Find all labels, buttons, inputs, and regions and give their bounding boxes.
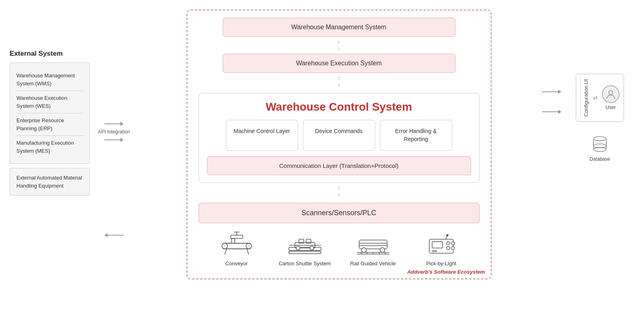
svg-point-1 [222,243,228,249]
svg-point-14 [296,246,300,250]
wes-label: Warehouse Execution System [296,60,382,67]
api-integration-label: API Integration [98,129,130,135]
ext-item-erp: Enterprise Resource Planning (ERP) [16,113,83,136]
svg-point-23 [380,248,385,252]
v-arrow-wcs-scanners: ↑ ↓ [337,185,340,197]
api-arrow-right-1 [104,122,124,126]
ext-item-mes: Manufacturing Execution System (MES) [16,136,83,158]
svg-point-35 [447,246,450,250]
pick-by-light-label: Pick-by-Light [426,260,456,266]
module-device-commands-label: Device Commands [315,128,362,134]
comm-layer-label: Communication Layer (Translation+Protoco… [279,162,399,169]
v-arrow-wes-wcs: ↑ ↓ [337,75,340,87]
module-error-handling: Error Handling & Reporting [380,120,452,151]
right-arrow-column [540,10,564,114]
svg-rect-12 [289,251,321,254]
equipment-rail-guided-vehicle: Rail Guided Vehicle [345,231,401,266]
wcs-modules: Machine Control Layer Device Commands Er… [207,120,471,151]
svg-point-36 [451,246,455,250]
module-device-commands: Device Commands [303,120,375,151]
svg-rect-7 [231,235,243,238]
scanners-label: Scanners/Sensors/PLC [301,209,376,217]
external-amhe-box: External Automated Material Handling Equ… [10,168,90,196]
scanners-box: Scanners/Sensors/PLC [199,203,479,223]
database-icon [590,134,610,154]
wcs-container: Warehouse Control System Machine Control… [199,93,479,183]
svg-point-33 [447,242,450,245]
svg-point-42 [593,137,606,141]
ecosystem-label: Addverb's Software Ecosystem [407,268,485,275]
svg-rect-32 [432,242,443,248]
config-user-arrow: ⇄ [593,95,598,101]
svg-point-15 [310,246,314,250]
page-wrapper: External System Warehouse Management Sys… [0,0,644,331]
svg-point-22 [362,248,366,252]
wes-box: Warehouse Execution System [223,54,455,73]
equipment-carton-shuttle: Carton Shuttle System [277,231,333,266]
config-ui-label: Configuration UI [580,79,589,117]
conveyor-label: Conveyor [226,260,248,266]
svg-line-6 [247,249,249,254]
svg-point-41 [609,91,613,95]
database-label: Database [589,156,610,162]
ext-item-wms: Warehouse Management System (WMS) [16,69,83,91]
rail-guided-vehicle-label: Rail Guided Vehicle [350,260,396,266]
carton-shuttle-label: Carton Shuttle System [278,260,331,266]
left-column: External System Warehouse Management Sys… [10,10,90,228]
user-label: User [605,105,616,110]
equipment-pick-by-light: Pick-by-Light [413,231,469,266]
ext-item-wes: Warehouse Execution System (WES) [16,91,83,113]
wms-label: Warehouse Management System [291,24,386,30]
module-machine-control-label: Machine Control Layer [234,128,290,134]
svg-line-5 [225,249,227,254]
equipment-conveyor: Conveyor [209,231,265,266]
amhe-arrow-left [104,233,124,237]
right-column: Configuration UI ⇄ User [564,10,636,162]
equipment-row: Conveyor [199,231,479,266]
module-machine-control: Machine Control Layer [226,120,298,151]
external-system-title: External System [10,50,90,58]
api-arrow-right-2 [104,138,124,142]
arrow-to-config-ui [542,90,561,94]
wms-box: Warehouse Management System [223,18,455,37]
svg-point-2 [246,243,252,249]
config-ui-user-box: Configuration UI ⇄ User [576,74,624,122]
svg-point-40 [447,234,448,236]
main-column: Warehouse Management System ↑ ↓ Warehous… [138,10,540,279]
external-system-box: Warehouse Management System (WMS) Wareho… [10,63,90,164]
amhe-label: External Automated Material Handling Equ… [16,175,82,189]
comm-layer-box: Communication Layer (Translation+Protoco… [207,156,471,175]
module-error-handling-label: Error Handling & Reporting [395,128,437,142]
v-arrow-wms-wes: ↑ ↓ [337,39,340,51]
svg-point-34 [451,242,455,245]
user-avatar [602,85,620,103]
wcs-title: Warehouse Control System [207,101,471,113]
middle-arrow-column: API Integration [90,10,138,237]
svg-rect-11 [289,247,321,250]
arrow-to-database [542,110,561,114]
svg-rect-10 [232,238,235,243]
user-icon-group: User [602,85,620,110]
database-group: Database [589,134,610,162]
